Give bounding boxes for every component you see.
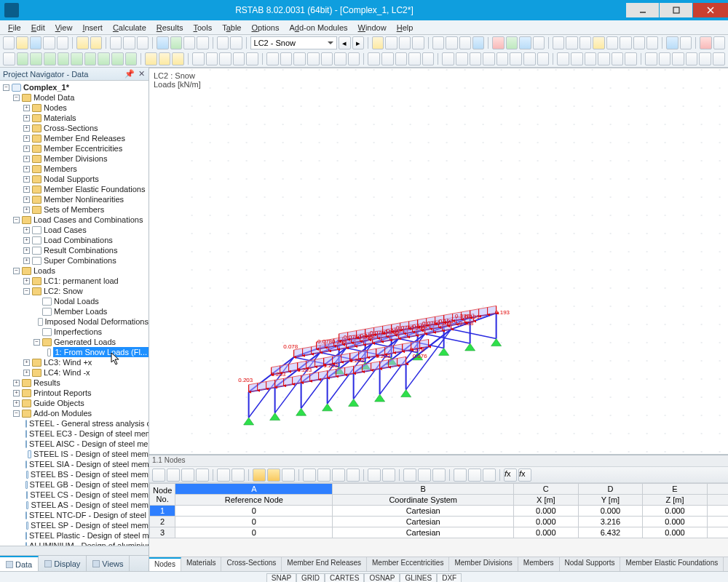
tbtn2-3[interactable] — [30, 52, 42, 65]
row-head[interactable]: 2 — [150, 517, 175, 527]
tbtn2-50[interactable] — [713, 52, 725, 65]
menu-insert[interactable]: Insert — [77, 23, 108, 32]
tbtn-new[interactable] — [3, 36, 15, 49]
tbtn-table[interactable] — [197, 36, 208, 49]
tree-loads[interactable]: Loads — [33, 266, 55, 276]
tree-item[interactable]: Members — [44, 164, 77, 174]
tree-item[interactable]: Nodes — [44, 103, 67, 113]
status-snap[interactable]: SNAP — [266, 573, 296, 582]
tree-item[interactable]: LC4: Wind -x — [44, 367, 90, 378]
pin-icon[interactable]: 📌 — [125, 70, 134, 79]
tbtn2-14[interactable] — [192, 52, 205, 65]
col-C[interactable]: C — [514, 484, 579, 495]
tbtn2-42[interactable] — [598, 52, 610, 65]
maximize-button[interactable] — [660, 3, 692, 17]
nav-hscroll[interactable] — [0, 546, 149, 555]
status-glines[interactable]: GLINES — [400, 573, 437, 582]
ttb-20[interactable] — [468, 469, 481, 482]
col-E[interactable]: E — [643, 484, 708, 495]
ttb-1[interactable] — [152, 469, 165, 482]
ttb-6[interactable] — [232, 469, 245, 482]
col-node-no[interactable]: Node No. — [150, 484, 175, 506]
tree-item[interactable]: Printout Reports — [33, 388, 91, 398]
ttb-17[interactable] — [418, 469, 431, 482]
tree-item[interactable]: Load Combinations — [44, 235, 113, 245]
tbtn2-30[interactable] — [422, 52, 435, 65]
tree-addon[interactable]: Add-on Modules — [33, 408, 92, 418]
menu-tools[interactable]: Tools — [188, 23, 217, 32]
tree-item[interactable]: STEEL AS - Design of steel mem — [31, 500, 149, 510]
close-panel-icon[interactable]: ✕ — [137, 70, 146, 79]
tbtn-zoom-ext[interactable] — [446, 36, 457, 49]
tbtn2-9[interactable] — [111, 52, 124, 65]
tbtn2-12[interactable] — [159, 52, 171, 65]
tbtn-loads-disp[interactable] — [492, 36, 504, 49]
tbtn2-47[interactable] — [672, 52, 684, 65]
tbtn2-5[interactable] — [58, 52, 70, 65]
status-osnap[interactable]: OSNAP — [364, 573, 400, 582]
tbtn2-36[interactable] — [510, 52, 522, 65]
tbtn2-17[interactable] — [233, 52, 245, 65]
tbtn-t3[interactable] — [579, 36, 591, 49]
tree-item[interactable]: Member Eccentricities — [44, 143, 122, 154]
row-head[interactable]: 1 — [150, 506, 175, 517]
tbtn-rotate[interactable] — [230, 36, 242, 49]
tree-item[interactable]: Nodal Supports — [44, 174, 99, 184]
tbtn-t1[interactable] — [553, 36, 564, 49]
menu-file[interactable]: File — [3, 23, 26, 32]
menu-options[interactable]: Options — [246, 23, 284, 32]
tree-item[interactable]: Member Loads — [54, 306, 107, 316]
tbtn2-41[interactable] — [585, 52, 597, 65]
tbtn2-11[interactable] — [145, 52, 157, 65]
col-B[interactable]: B — [333, 484, 514, 495]
btab-nodes[interactable]: Nodes — [149, 557, 181, 571]
menu-window[interactable]: Window — [353, 23, 392, 32]
tbtn2-40[interactable] — [571, 52, 583, 65]
tbtn-t6[interactable] — [620, 36, 631, 49]
btab-mer[interactable]: Member End Releases — [282, 557, 367, 571]
tbtn-t4[interactable] — [593, 36, 604, 49]
tree-item[interactable]: Member Divisions — [44, 154, 107, 164]
menu-addons[interactable]: Add-on Modules — [284, 23, 352, 32]
tbtn-help[interactable] — [666, 36, 678, 49]
tbtn-redo[interactable] — [90, 36, 102, 49]
tbtn2-26[interactable] — [368, 52, 380, 65]
minimize-button[interactable] — [626, 3, 659, 17]
tbtn2-15[interactable] — [206, 52, 218, 65]
tree-item[interactable]: Results — [33, 378, 60, 388]
tbtn-save[interactable] — [30, 36, 41, 49]
col-sys[interactable]: Coordinate System — [333, 495, 514, 506]
tree-item[interactable]: 1: From Snow Loads (Fl... — [53, 347, 149, 357]
tbtn-t2[interactable] — [566, 36, 577, 49]
btab-cross[interactable]: Cross-Sections — [221, 557, 282, 571]
btab-mdiv[interactable]: Member Divisions — [449, 557, 518, 571]
col-y[interactable]: Y [m] — [578, 495, 643, 506]
tbtn-misc2[interactable] — [713, 36, 725, 49]
tbtn-saveall[interactable] — [43, 36, 55, 49]
ttb-16[interactable] — [403, 469, 416, 482]
tbtn2-8[interactable] — [98, 52, 110, 65]
tree-item[interactable]: Member Elastic Foundations — [44, 184, 145, 194]
tbtn2-38[interactable] — [537, 52, 550, 65]
tbtn2-32[interactable] — [456, 52, 468, 65]
tbtn-undo[interactable] — [76, 36, 88, 49]
tree-item[interactable]: STEEL BS - Design of steel mem — [31, 469, 149, 479]
tbtn2-34[interactable] — [483, 52, 495, 65]
close-button[interactable] — [693, 3, 728, 17]
tbtn2-6[interactable] — [71, 52, 83, 65]
ttb-3[interactable] — [181, 469, 194, 482]
tbtn2-33[interactable] — [470, 52, 482, 65]
tree-item[interactable]: Result Combinations — [44, 245, 118, 255]
tbtn-view-x[interactable] — [385, 36, 397, 49]
tree-lcc[interactable]: Load Cases and Combinations — [33, 215, 143, 225]
ttb-19[interactable] — [454, 469, 467, 482]
tbtn2-13[interactable] — [172, 52, 184, 65]
tbtn2-10[interactable] — [125, 52, 138, 65]
tree-item[interactable]: STEEL IS - Design of steel mem — [33, 449, 149, 459]
tbtn2-24[interactable] — [334, 52, 347, 65]
tbtn2-44[interactable] — [625, 52, 637, 65]
tbtn2-43[interactable] — [612, 52, 624, 65]
tbtn-view-z[interactable] — [412, 36, 424, 49]
tbtn-t5[interactable] — [606, 36, 618, 49]
tbtn-t8[interactable] — [646, 36, 658, 49]
